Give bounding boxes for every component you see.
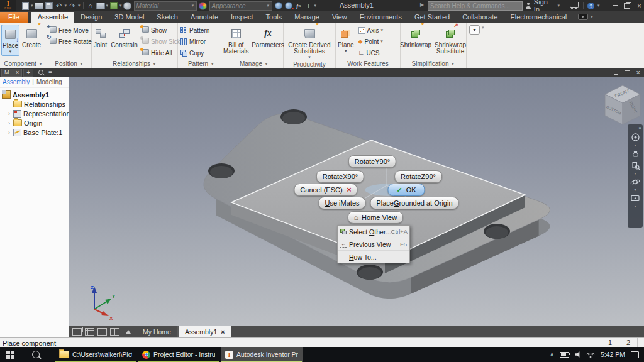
document-close-button[interactable]: × — [636, 69, 640, 76]
orbit-icon[interactable] — [630, 176, 641, 187]
inventor-logo[interactable]: I PRO — [0, 0, 16, 12]
battery-icon[interactable] — [560, 352, 569, 358]
action-center-icon[interactable] — [631, 351, 639, 358]
undo-caret[interactable]: ▾ — [65, 3, 67, 8]
tree-item-base-plate[interactable]: › Base Plate:1 — [2, 128, 69, 137]
taskbar-item-inventor[interactable]: I Autodesk Inventor Pr... — [221, 347, 303, 362]
render-caret[interactable]: ▾ — [106, 3, 109, 8]
constrain-button[interactable]: Constrain — [110, 25, 138, 50]
save-icon[interactable] — [45, 1, 53, 11]
ribbon-collapse-caret[interactable]: ▾ — [482, 25, 484, 30]
ucs-button[interactable]: ∟UCS — [357, 47, 384, 58]
menu-item-select-other[interactable]: Select Other... Ctrl+A — [338, 226, 409, 238]
shrinkwrap-substitute-button[interactable]: ↗ Shrinkwrap Substitute — [434, 25, 467, 56]
store-cart-icon[interactable] — [570, 2, 578, 8]
shrinkwrap-button[interactable]: * Shrinkwrap — [400, 25, 431, 50]
close-button[interactable]: × — [635, 1, 644, 10]
tree-item-relationships[interactable]: Relationships — [2, 99, 69, 109]
tabrow-caret[interactable]: ▾ — [591, 14, 593, 19]
mode-modeling[interactable]: Modeling — [36, 79, 62, 85]
ribbon-tab-manage[interactable]: Manage — [288, 12, 326, 23]
tree-item-assembly1[interactable]: Assembly1 — [2, 90, 69, 99]
navigation-wheel-icon[interactable] — [630, 131, 641, 143]
ribbon-tab-view[interactable]: View — [326, 12, 353, 23]
plane-button[interactable]: Plane ▾ — [337, 25, 355, 55]
ribbon-tab-electromechanical[interactable]: Electromechanical — [504, 12, 573, 23]
tile-windows-icon[interactable] — [85, 328, 94, 336]
tree-item-representations[interactable]: › Representations — [2, 109, 69, 118]
expand-icon[interactable]: › — [7, 111, 11, 117]
ribbon-tab-get-started[interactable]: Get Started — [408, 12, 456, 23]
hide-all-button[interactable]: Hide All — [141, 47, 182, 58]
taskbar-item-browser[interactable]: Project Editor - Instru... — [138, 347, 219, 362]
panel-label-work-features[interactable]: Work Features — [336, 60, 400, 68]
panel-label-component[interactable]: Component▼ — [0, 60, 47, 68]
cascade-windows-icon[interactable] — [72, 328, 82, 336]
restore-button[interactable] — [622, 1, 631, 10]
show-button[interactable]: Show — [141, 25, 182, 36]
look-at-icon[interactable] — [630, 192, 641, 204]
browser-add-tab-button[interactable]: + — [23, 69, 33, 77]
axis-button[interactable]: Axis▾ — [357, 25, 384, 36]
new-file-icon[interactable] — [21, 1, 30, 11]
taskbar-item-file-explorer[interactable]: C:\Users\walkeri\Pict... — [55, 347, 136, 362]
redo-icon[interactable]: ↷ — [68, 1, 77, 11]
tab-close-icon[interactable]: × — [221, 328, 225, 336]
parameters-button[interactable]: fx Parameters — [251, 25, 285, 50]
mode-assembly[interactable]: Assembly — [3, 79, 30, 85]
rotate-y-button[interactable]: Rotate Y 90° — [348, 155, 396, 168]
volume-icon[interactable] — [575, 351, 581, 358]
tab-my-home[interactable]: My Home — [136, 326, 178, 337]
place-button[interactable]: ↓ Place ▾ — [1, 25, 19, 56]
iproperties-icon[interactable] — [109, 1, 118, 11]
zoom-caret[interactable]: ▾ — [634, 172, 636, 175]
joint-button[interactable]: Joint — [93, 25, 108, 50]
start-button[interactable] — [6, 351, 14, 359]
ribbon-tab-environments[interactable]: Environments — [353, 12, 408, 23]
point-button[interactable]: ◆Point▾ — [357, 36, 384, 47]
expand-tabs-icon[interactable] — [126, 330, 131, 334]
orbit-caret[interactable]: ▾ — [634, 188, 636, 192]
panel-label-relationships[interactable]: Relationships▼ — [92, 60, 177, 68]
ribbon-tab-3d-model[interactable]: 3D Model — [108, 12, 150, 23]
zoom-icon[interactable] — [630, 160, 641, 171]
home-view-button[interactable]: ⌂Home View — [348, 211, 403, 224]
copy-button[interactable]: Copy — [179, 47, 211, 58]
home-view-icon[interactable]: ⌂ — [86, 1, 95, 11]
browser-search-icon[interactable] — [38, 70, 43, 75]
wifi-icon[interactable] — [587, 352, 595, 358]
browser-tab-model[interactable]: M...× — [1, 69, 22, 77]
help-caret[interactable]: ▾ — [597, 3, 600, 8]
tab-assembly1[interactable]: Assembly1× — [178, 326, 232, 337]
sign-in-caret[interactable]: ▾ — [558, 3, 560, 8]
ribbon-tab-sketch[interactable]: Sketch — [150, 12, 184, 23]
minimize-button[interactable] — [610, 1, 619, 10]
navbar-close-icon[interactable]: × — [638, 126, 641, 131]
cancel-button[interactable]: Cancel (ESC)× — [294, 184, 357, 196]
help-search-input[interactable] — [428, 1, 523, 11]
panel-label-position[interactable]: Position▼ — [47, 60, 91, 68]
place-grounded-button[interactable]: Place Grounded at Origin — [370, 197, 458, 209]
ribbon-tab-collaborate[interactable]: Collaborate — [456, 12, 504, 23]
taskbar-search-icon[interactable] — [32, 351, 40, 358]
iproperties-caret[interactable]: ▾ — [119, 3, 122, 8]
use-imates-button[interactable]: Use iMates — [318, 197, 365, 209]
ribbon-tab-inspect[interactable]: Inspect — [225, 12, 259, 23]
qat-add-icon[interactable]: + — [304, 1, 313, 11]
qat-customize-caret[interactable]: ▾ — [314, 3, 317, 8]
render-icon[interactable] — [96, 1, 105, 11]
ribbon-tab-annotate[interactable]: Annotate — [184, 12, 225, 23]
browser-tab-close-icon[interactable]: × — [16, 69, 19, 75]
new-file-caret[interactable]: ▾ — [31, 3, 33, 8]
screencast-icon[interactable] — [578, 14, 588, 20]
appearance-sphere-icon[interactable] — [199, 1, 208, 11]
ok-button[interactable]: ✓OK — [387, 184, 425, 196]
clear-appearance-icon[interactable] — [284, 1, 293, 11]
free-rotate-button[interactable]: ↻ Free Rotate — [48, 36, 93, 47]
help-icon[interactable]: ? — [587, 3, 594, 9]
rotate-x-button[interactable]: Rotate X 90° — [316, 170, 364, 183]
create-button[interactable]: * Create — [21, 25, 42, 50]
free-move-button[interactable]: + Free Move — [48, 25, 93, 36]
material-select[interactable]: Material▾ — [134, 1, 197, 11]
rotate-z-button[interactable]: Rotate Z 90° — [394, 170, 442, 183]
